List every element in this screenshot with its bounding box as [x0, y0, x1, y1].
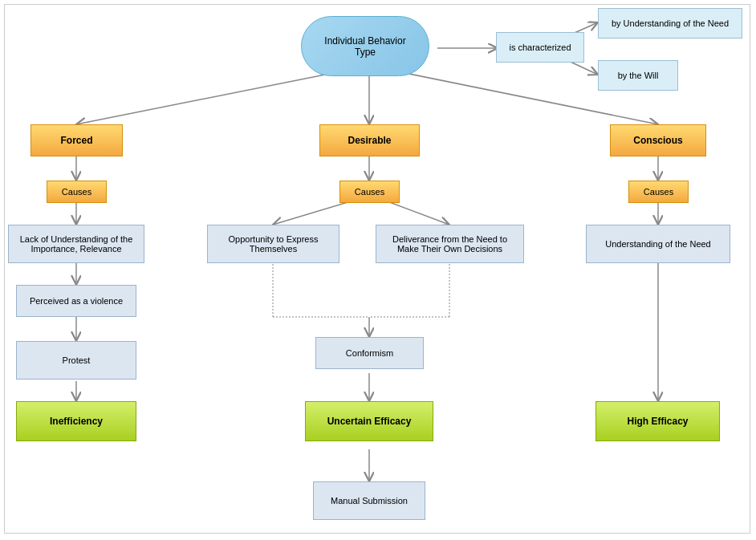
is-characterized-node: is characterized [496, 32, 584, 63]
inefficiency-node: Inefficiency [16, 401, 136, 441]
manual-submission-node: Manual Submission [313, 481, 425, 520]
high-efficacy-node: High Efficacy [595, 401, 720, 441]
opportunity-express-node: Opportunity to Express Themselves [207, 225, 339, 263]
uncertain-efficacy-node: Uncertain Efficacy [305, 401, 433, 441]
by-the-will-node: by the Will [598, 60, 678, 91]
diagram-container: Individual Behavior Type is characterize… [0, 0, 756, 540]
causes-desirable-node: Causes [339, 181, 400, 203]
by-understanding-node: by Understanding of the Need [598, 8, 742, 39]
deliverance-node: Deliverance from the Need to Make Their … [376, 225, 524, 263]
conscious-node: Conscious [610, 124, 706, 156]
lack-understanding-node: Lack of Understanding of the Importance,… [8, 225, 144, 263]
causes-forced-node: Causes [47, 181, 107, 203]
desirable-node: Desirable [319, 124, 420, 156]
conformism-node: Conformism [315, 337, 424, 369]
causes-conscious-node: Causes [628, 181, 689, 203]
individual-behavior-type-node: Individual Behavior Type [301, 16, 429, 76]
protest-node: Protest [16, 341, 136, 380]
forced-node: Forced [30, 124, 123, 156]
understanding-need-node: Understanding of the Need [586, 225, 730, 263]
perceived-violence-node: Perceived as a violence [16, 285, 136, 317]
